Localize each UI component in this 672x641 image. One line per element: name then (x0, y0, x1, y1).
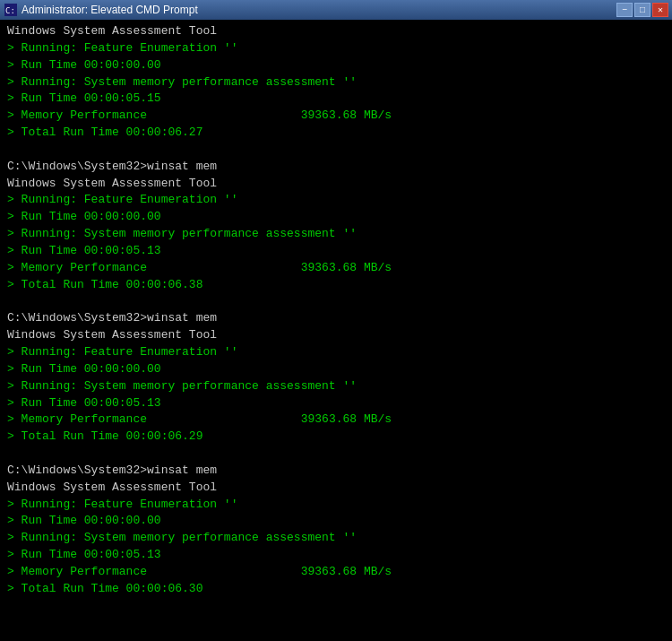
terminal-line: > Running: Feature Enumeration '' (7, 40, 665, 57)
memory-performance-value: 39363.68 MB/s (301, 412, 392, 426)
maximize-button[interactable]: □ (634, 3, 650, 17)
memory-performance-label: > Memory Performance (7, 412, 147, 426)
memory-performance-line: > Memory Performance 39363.68 MB/s (7, 108, 665, 125)
memory-performance-label: > Memory Performance (7, 261, 147, 274)
terminal-line: Windows System Assessment Tool (7, 480, 665, 497)
close-button[interactable]: ✕ (652, 3, 668, 17)
window: C: Administrator: Elevated CMD Prompt − … (0, 0, 672, 641)
svg-text:C:: C: (5, 6, 15, 15)
memory-performance-value: 39363.68 MB/s (301, 565, 392, 578)
terminal-line: > Running: System memory performance ass… (7, 226, 665, 243)
cmd-icon: C: (4, 3, 18, 17)
terminal-line: > Running: System memory performance ass… (7, 74, 665, 91)
memory-performance-line: > Memory Performance 39363.68 MB/s (7, 260, 665, 277)
terminal-line: > Run Time 00:00:05.13 (7, 395, 665, 412)
terminal-line: > Running: Feature Enumeration '' (7, 192, 665, 209)
terminal-line: > Run Time 00:00:00.00 (7, 361, 665, 378)
terminal-line: > Run Time 00:00:00.00 (7, 57, 665, 74)
memory-performance-value: 39363.68 MB/s (301, 108, 392, 122)
terminal-line: Windows System Assessment Tool (7, 176, 665, 193)
prompt-line: C:\Windows\System32>winsat mem (7, 463, 665, 480)
memory-performance-label: > Memory Performance (7, 108, 147, 122)
terminal-line: > Run Time 00:00:05.13 (7, 243, 665, 260)
memory-performance-label: > Memory Performance (7, 565, 147, 578)
terminal-line: > Total Run Time 00:00:06.30 (7, 581, 665, 598)
empty-line (7, 446, 665, 463)
memory-performance-line: > Memory Performance 39363.68 MB/s (7, 411, 665, 429)
terminal-line: > Run Time 00:00:00.00 (7, 513, 665, 530)
title-bar-left: C: Administrator: Elevated CMD Prompt (4, 3, 198, 17)
terminal-line: > Total Run Time 00:00:06.27 (7, 125, 665, 142)
memory-performance-value: 39363.68 MB/s (301, 261, 392, 274)
terminal-line: > Running: System memory performance ass… (7, 378, 665, 395)
terminal-line: > Running: Feature Enumeration '' (7, 344, 665, 361)
terminal-line: > Running: System memory performance ass… (7, 530, 665, 547)
terminal-line: Windows System Assessment Tool (7, 23, 665, 40)
empty-line (7, 294, 665, 311)
terminal-line: > Run Time 00:00:05.15 (7, 91, 665, 108)
terminal-line: > Total Run Time 00:00:06.29 (7, 429, 665, 446)
prompt-line: C:\Windows\System32>winsat mem (7, 310, 665, 327)
prompt-line: C:\Windows\System32>winsat mem (7, 159, 665, 176)
terminal-line: > Total Run Time 00:00:06.38 (7, 277, 665, 294)
empty-line (7, 142, 665, 159)
title-bar: C: Administrator: Elevated CMD Prompt − … (0, 0, 672, 20)
window-title: Administrator: Elevated CMD Prompt (22, 4, 198, 16)
minimize-button[interactable]: − (616, 3, 633, 17)
terminal-line: > Running: Feature Enumeration '' (7, 497, 665, 514)
memory-performance-line: > Memory Performance 39363.68 MB/s (7, 564, 665, 581)
window-controls: − □ ✕ (616, 3, 668, 17)
terminal-line: > Run Time 00:00:05.13 (7, 547, 665, 564)
terminal-line: > Run Time 00:00:00.00 (7, 209, 665, 226)
terminal-output[interactable]: Windows System Assessment Tool> Running:… (0, 20, 672, 641)
terminal-line: Windows System Assessment Tool (7, 327, 665, 344)
